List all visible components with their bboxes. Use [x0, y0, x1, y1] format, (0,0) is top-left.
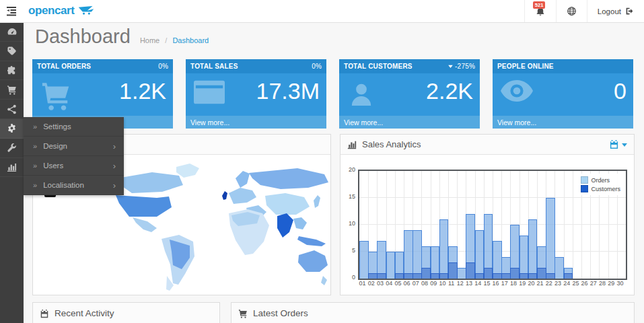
sidebar-nav	[0, 22, 24, 323]
store-front-button[interactable]	[556, 0, 587, 22]
sidebar-item-extensions[interactable]	[0, 61, 24, 81]
x-tick-label: 27	[590, 280, 597, 287]
sidebar-item-sales[interactable]	[0, 80, 24, 100]
x-tick-label: 28	[599, 280, 606, 287]
latest-orders-title: Latest Orders	[253, 308, 308, 318]
bar-customers	[520, 273, 529, 279]
x-tick-label: 22	[546, 280, 552, 287]
bar-customers	[501, 273, 511, 279]
opencart-logo[interactable]: opencart	[28, 3, 95, 17]
bar-orders	[359, 241, 369, 279]
tile-view-more-link[interactable]: View more...	[186, 116, 326, 129]
bar-orders	[439, 219, 449, 279]
tile-title: TOTAL SALES	[190, 63, 238, 70]
recent-activity-panel: Recent Activity	[32, 302, 220, 323]
legend-swatch	[581, 185, 588, 192]
recent-activity-heading: Recent Activity	[33, 303, 219, 323]
y-tick-label: 0	[342, 274, 355, 281]
sidebar-item-catalog[interactable]	[0, 42, 24, 61]
stat-tile-total-sales: TOTAL SALES0%17.3MView more...	[186, 59, 326, 129]
legend-swatch	[581, 176, 588, 184]
bar-orders	[413, 230, 422, 279]
tile-delta: 0%	[312, 63, 322, 70]
bar-customers	[510, 268, 520, 279]
y-tick-label: 15	[342, 193, 355, 200]
page-title: Dashboard	[35, 26, 131, 48]
y-tick-label: 20	[342, 166, 355, 173]
x-tick-label: 03	[377, 280, 384, 287]
logout-label: Logout	[598, 7, 621, 15]
tile-delta-value: 0%	[312, 63, 322, 70]
x-tick-label: 24	[563, 280, 570, 287]
x-tick-label: 26	[581, 280, 588, 287]
tile-value: 2.2K	[426, 78, 473, 104]
system-menu-item-label: Design	[43, 142, 113, 150]
bar-customers	[431, 273, 440, 279]
world-map	[97, 160, 329, 292]
bar-customers	[404, 273, 413, 279]
bar-customers	[466, 262, 475, 279]
x-tick-label: 20	[528, 280, 534, 287]
system-menu-item-users[interactable]: »Users›	[24, 156, 124, 176]
tile-title: TOTAL CUSTOMERS	[344, 63, 413, 70]
header-actions: 521 Logout	[524, 0, 644, 22]
user-icon	[347, 80, 375, 111]
x-tick-label: 06	[404, 280, 410, 287]
system-menu-item-localisation[interactable]: »Localisation›	[24, 176, 124, 195]
x-tick-label: 13	[466, 280, 472, 287]
chevron-right-icon: ›	[113, 161, 116, 171]
share-icon	[7, 104, 17, 114]
x-tick-label: 15	[483, 280, 490, 287]
eye-icon	[501, 80, 533, 104]
bar-customers	[377, 273, 386, 279]
x-tick-label: 17	[501, 280, 508, 287]
dashboard-icon	[7, 26, 17, 37]
bar-customers	[368, 273, 378, 279]
tile-delta-value: -275%	[455, 63, 475, 70]
tile-view-more-link[interactable]: View more...	[339, 116, 480, 129]
notifications-button[interactable]: 521	[524, 0, 556, 22]
tile-header: PEOPLE ONLINE	[493, 59, 633, 73]
bar-customers	[475, 273, 485, 279]
system-menu-item-label: Localisation	[43, 181, 113, 189]
caret-down-icon	[622, 143, 627, 147]
tile-header: TOTAL CUSTOMERS-275%	[339, 59, 480, 73]
tile-delta-value: 0%	[158, 63, 168, 70]
chevron-right-icon: ›	[113, 180, 116, 190]
caret-down-icon	[448, 65, 453, 68]
gear-icon	[7, 123, 17, 133]
breadcrumb-separator: /	[165, 36, 167, 44]
stat-tile-total-customers: TOTAL CUSTOMERS-275%2.2KView more...	[339, 59, 480, 129]
legend-entry: Customers	[581, 185, 620, 192]
date-range-dropdown[interactable]	[609, 139, 627, 149]
sidebar-item-tools[interactable]	[0, 139, 24, 158]
system-menu-item-settings[interactable]: »Settings	[24, 117, 124, 137]
latest-orders-heading: Latest Orders	[231, 303, 634, 323]
chart-legend: OrdersCustomers	[578, 174, 623, 195]
tile-delta: 0%	[158, 63, 168, 70]
breadcrumb-current-link[interactable]: Dashboard	[172, 36, 209, 44]
system-menu-item-design[interactable]: »Design›	[24, 137, 124, 156]
y-tick-label: 10	[342, 220, 355, 227]
bar-orders	[520, 236, 529, 279]
tile-delta: -275%	[448, 63, 475, 70]
gridline	[573, 171, 573, 279]
sidebar-item-marketing[interactable]	[0, 100, 24, 119]
x-tick-label: 16	[493, 280, 499, 287]
x-tick-label: 19	[519, 280, 526, 287]
menu-toggle-icon[interactable]	[5, 5, 20, 17]
tile-view-more-link[interactable]: View more...	[493, 116, 633, 129]
breadcrumb-home-link[interactable]: Home	[140, 36, 159, 44]
sidebar-item-dashboard[interactable]	[0, 22, 24, 42]
tile-title: TOTAL ORDERS	[37, 63, 91, 70]
tile-title: PEOPLE ONLINE	[497, 63, 554, 70]
sidebar-item-system[interactable]	[0, 119, 24, 139]
gridline	[359, 197, 626, 198]
analytics-panel-heading: Sales Analytics	[341, 135, 634, 155]
logout-button[interactable]: Logout	[587, 0, 644, 22]
sidebar-item-reports[interactable]	[0, 158, 24, 178]
calendar-icon	[40, 309, 49, 318]
tag-icon	[7, 46, 17, 56]
recent-activity-title: Recent Activity	[55, 308, 114, 318]
bar-customers	[439, 273, 449, 279]
